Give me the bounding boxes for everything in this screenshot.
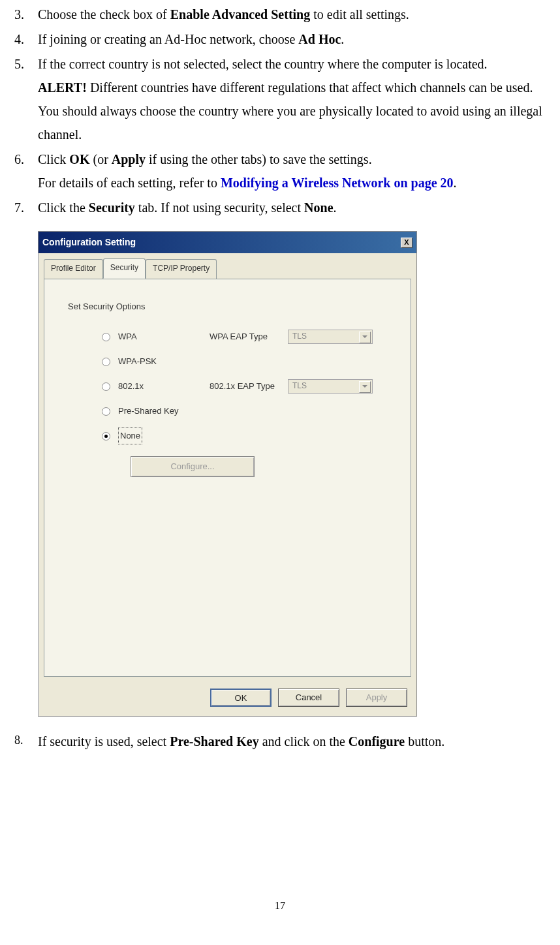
ok-button[interactable]: OK — [210, 689, 272, 707]
item-number: 4. — [13, 27, 33, 51]
option-preshared-key[interactable]: Pre-Shared Key — [102, 404, 391, 418]
config-dialog: Configuration Setting X Profile Editor S… — [38, 231, 417, 717]
group-label: Set Security Options — [68, 299, 391, 314]
tab-bar: Profile Editor Security TCP/IP Property — [39, 253, 416, 279]
item-text: If security is used, select Pre-Shared K… — [33, 730, 547, 753]
dialog-titlebar: Configuration Setting X — [39, 232, 416, 253]
chevron-down-icon — [362, 335, 367, 338]
radio-icon[interactable] — [102, 407, 110, 416]
document-body: 3. Choose the check box of Enable Advanc… — [13, 0, 547, 916]
option-wpa[interactable]: WPA WPA EAP Type TLS — [102, 330, 391, 344]
close-button[interactable]: X — [401, 238, 412, 248]
radio-icon[interactable] — [102, 358, 110, 366]
crossref-link[interactable]: Modifying a Wireless Network on page 20 — [221, 176, 454, 190]
tab-panel-security: Set Security Options WPA WPA EAP Type TL… — [44, 279, 411, 677]
item-number: 5. — [13, 52, 33, 146]
list-item-5: 5. If the correct country is not selecte… — [13, 52, 547, 146]
dialog-button-row: OK Cancel Apply — [39, 682, 416, 716]
item-number: 8. — [13, 730, 33, 753]
chevron-down-icon — [362, 385, 367, 388]
configure-button[interactable]: Configure... — [131, 456, 255, 477]
list-item-3: 3. Choose the check box of Enable Advanc… — [13, 3, 547, 26]
item-text: If the correct country is not selected, … — [33, 52, 547, 146]
tab-profile-editor[interactable]: Profile Editor — [44, 259, 103, 279]
radio-icon[interactable] — [102, 333, 110, 341]
page-number: 17 — [13, 897, 547, 916]
option-8021x[interactable]: 802.1x 802.1x EAP Type TLS — [102, 379, 391, 394]
wpa-eap-dropdown[interactable]: TLS — [288, 330, 373, 344]
item-number: 3. — [13, 3, 33, 26]
item-text: Click the Security tab. If not using sec… — [33, 196, 547, 219]
list-item-4: 4. If joining or creating an Ad-Hoc netw… — [13, 27, 547, 51]
item-number: 6. — [13, 147, 33, 194]
list-item-6: 6. Click OK (or Apply if using the other… — [13, 147, 547, 194]
radio-icon[interactable] — [102, 382, 110, 391]
security-options: WPA WPA EAP Type TLS WPA-PSK 802.1x 802.… — [102, 330, 391, 477]
item-text: If joining or creating an Ad-Hoc network… — [33, 27, 547, 51]
radio-icon[interactable] — [102, 432, 110, 441]
tab-security[interactable]: Security — [103, 258, 146, 279]
item-text: Click OK (or Apply if using the other ta… — [33, 147, 547, 194]
instruction-list: 3. Choose the check box of Enable Advanc… — [13, 3, 547, 219]
list-item-7: 7. Click the Security tab. If not using … — [13, 196, 547, 219]
tab-tcpip[interactable]: TCP/IP Property — [146, 259, 217, 279]
instruction-list-cont: 8. If security is used, select Pre-Share… — [13, 730, 547, 753]
list-item-8: 8. If security is used, select Pre-Share… — [13, 730, 547, 753]
option-wpa-psk[interactable]: WPA-PSK — [102, 354, 391, 369]
apply-button[interactable]: Apply — [346, 689, 407, 707]
8021x-eap-dropdown[interactable]: TLS — [288, 379, 373, 394]
dialog-title: Configuration Setting — [42, 234, 136, 251]
item-number: 7. — [13, 196, 33, 219]
item-text: Choose the check box of Enable Advanced … — [33, 3, 547, 26]
cancel-button[interactable]: Cancel — [278, 689, 339, 707]
option-none[interactable]: None — [102, 429, 391, 443]
